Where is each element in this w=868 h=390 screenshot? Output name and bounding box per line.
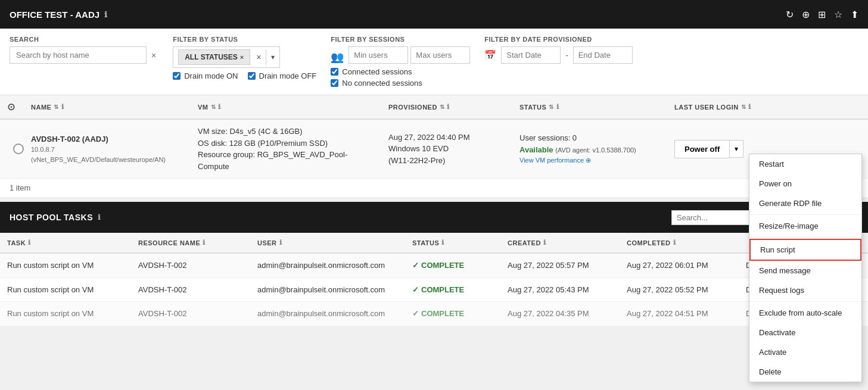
- name-sort-icon[interactable]: ⇅: [54, 104, 59, 110]
- row-provisioned-cell: Aug 27, 2022 04:40 PM Windows 10 EVD (W1…: [381, 132, 512, 167]
- task-status-cell: ✓ COMPLETE: [405, 260, 500, 272]
- max-users-input[interactable]: [410, 46, 470, 64]
- table-row: AVDSH-T-002 (AADJ) 10.0.8.7 (vNet_BPS_WE…: [0, 120, 868, 179]
- task-col-created-info[interactable]: ℹ: [543, 239, 546, 247]
- menu-restart[interactable]: Restart: [749, 154, 861, 174]
- col-select: ⊙: [0, 101, 24, 113]
- menu-divider-2: [749, 237, 861, 238]
- task-status-text: COMPLETE: [421, 260, 464, 272]
- end-date-input[interactable]: [573, 46, 633, 64]
- min-users-input[interactable]: [349, 46, 408, 64]
- grid-icon[interactable]: ⊞: [818, 9, 826, 20]
- login-info-icon[interactable]: ℹ: [748, 103, 751, 111]
- filter-status-section: FILTER BY STATUS ALL STATUSES × × ▾ Drai…: [173, 36, 316, 80]
- menu-deactivate[interactable]: Deactivate: [749, 323, 861, 326]
- star-icon[interactable]: ☆: [834, 9, 842, 20]
- power-dropdown-btn[interactable]: ▾: [730, 140, 743, 158]
- connected-sessions-label[interactable]: Connected sessions: [331, 67, 470, 76]
- tasks-info-icon[interactable]: ℹ: [98, 213, 101, 221]
- search-input-row: ×: [10, 46, 158, 64]
- view-perf-link[interactable]: View VM performance ⊕: [519, 155, 660, 166]
- no-connected-sessions-checkbox[interactable]: [331, 79, 338, 87]
- col-provisioned-label: PROVISIONED: [388, 104, 437, 111]
- drain-on-checkbox[interactable]: [173, 72, 181, 80]
- refresh-icon[interactable]: ↻: [786, 9, 794, 20]
- status-tag-container: ALL STATUSES × ×: [173, 47, 266, 67]
- col-last-login-label: LAST USER LOGIN: [674, 104, 739, 111]
- search-section: SEARCH ×: [10, 36, 158, 64]
- no-connected-sessions-label[interactable]: No connected sessions: [331, 79, 470, 88]
- collapse-icon[interactable]: ⬆: [851, 9, 858, 20]
- status-filter-clear[interactable]: ×: [256, 52, 261, 62]
- task-col-completed: COMPLETED ℹ: [620, 239, 739, 247]
- task-col-resource-info[interactable]: ℹ: [203, 239, 206, 247]
- users-icon: 👥: [331, 51, 344, 64]
- menu-exclude-autoscale[interactable]: Exclude from auto-scale: [749, 303, 861, 323]
- check-icon: ✓: [412, 284, 419, 296]
- prov-sort-icon[interactable]: ⇅: [440, 104, 445, 110]
- filter-date-label: FILTER BY DATE PROVISIONED: [484, 36, 632, 43]
- drain-on-label[interactable]: Drain mode ON: [173, 71, 238, 80]
- drain-off-text: Drain mode OFF: [259, 71, 317, 80]
- prov-info-icon[interactable]: ℹ: [447, 103, 450, 111]
- menu-request-logs[interactable]: Request logs: [749, 280, 861, 300]
- menu-resize[interactable]: Resize/Re-image: [749, 216, 861, 236]
- add-icon[interactable]: ⊕: [802, 9, 810, 20]
- task-completed-cell: Aug 27, 2022 05:52 PM: [620, 284, 739, 296]
- connected-sessions-checkbox[interactable]: [331, 68, 338, 76]
- search-clear-btn[interactable]: ×: [149, 48, 158, 63]
- task-col-status-info[interactable]: ℹ: [441, 239, 444, 247]
- task-status-cell: ✓ COMPLETE: [405, 308, 500, 320]
- task-user-cell: admin@brainpulseit.onmicrosoft.com: [250, 260, 405, 272]
- search-input[interactable]: [10, 46, 147, 64]
- search-label: SEARCH: [10, 36, 158, 43]
- status-sort-icon[interactable]: ⇅: [549, 104, 554, 110]
- tasks-table-header: TASK ℹ RESOURCE NAME ℹ USER ℹ STATUS ℹ C…: [0, 233, 868, 254]
- title-text: OFFICE TEST - AADJ: [10, 10, 99, 20]
- status-info-icon[interactable]: ℹ: [556, 103, 559, 111]
- row-radio[interactable]: [13, 143, 24, 154]
- vm-info-icon[interactable]: ℹ: [218, 103, 221, 111]
- drain-off-checkbox[interactable]: [248, 72, 256, 80]
- task-status-badge: ✓ COMPLETE: [412, 284, 493, 296]
- task-col-user: USER ℹ: [250, 239, 405, 247]
- menu-power-on[interactable]: Power on: [749, 174, 861, 194]
- task-user-cell: admin@brainpulseit.onmicrosoft.com: [250, 308, 405, 320]
- menu-run-script[interactable]: Run script: [749, 239, 861, 261]
- task-col-completed-info[interactable]: ℹ: [673, 239, 676, 247]
- task-col-task-info[interactable]: ℹ: [28, 239, 31, 247]
- menu-generate-rdp[interactable]: Generate RDP file: [749, 194, 861, 213]
- row-name-cell: AVDSH-T-002 (AADJ) 10.0.8.7 (vNet_BPS_WE…: [24, 133, 191, 165]
- tasks-title-text: HOST POOL TASKS: [10, 213, 93, 222]
- menu-send-message[interactable]: Send message: [749, 261, 861, 280]
- start-date-input[interactable]: [501, 46, 561, 64]
- view-perf-text: View VM performance: [519, 157, 584, 164]
- task-col-user-info[interactable]: ℹ: [279, 239, 282, 247]
- task-completed-cell: Aug 27, 2022 04:51 PM: [620, 308, 739, 320]
- filter-sessions-label: FILTER BY SESSIONS: [331, 36, 470, 43]
- filter-sessions-section: FILTER BY SESSIONS 👥 Connected sessions …: [331, 36, 470, 88]
- status-tag-clear[interactable]: ×: [240, 54, 244, 61]
- vm-sort-icon[interactable]: ⇅: [211, 104, 216, 110]
- col-status-label: STATUS: [519, 104, 546, 111]
- col-vm-label: VM: [198, 104, 209, 111]
- status-dropdown-btn[interactable]: ▾: [266, 49, 279, 65]
- task-name-cell: Run custom script on VM: [0, 260, 131, 272]
- col-provisioned: PROVISIONED ⇅ ℹ: [381, 101, 512, 113]
- context-menu: Restart Power on Generate RDP file Resiz…: [749, 154, 862, 326]
- name-info-icon[interactable]: ℹ: [61, 103, 64, 111]
- login-sort-icon[interactable]: ⇅: [741, 104, 746, 110]
- date-separator: -: [565, 51, 568, 60]
- title-info-icon[interactable]: ℹ: [104, 10, 107, 19]
- task-status-badge: ✓ COMPLETE: [412, 260, 493, 272]
- vm-size: VM size: D4s_v5 (4C & 16GB): [198, 126, 374, 138]
- task-row: Run custom script on VM AVDSH-T-002 admi…: [0, 278, 868, 302]
- select-all-icon[interactable]: ⊙: [7, 101, 15, 113]
- drain-off-label[interactable]: Drain mode OFF: [248, 71, 317, 80]
- power-off-btn[interactable]: Power off: [674, 140, 730, 158]
- item-count-row: 1 item Back: [0, 179, 868, 197]
- status-filter-row: ALL STATUSES × × ▾: [173, 46, 316, 68]
- check-icon: ✓: [412, 260, 419, 272]
- top-bar-icons: ↻ ⊕ ⊞ ☆ ⬆: [786, 9, 858, 20]
- vm-path: (vNet_BPS_WE_AVD/Default/westeurope/AN): [31, 155, 183, 165]
